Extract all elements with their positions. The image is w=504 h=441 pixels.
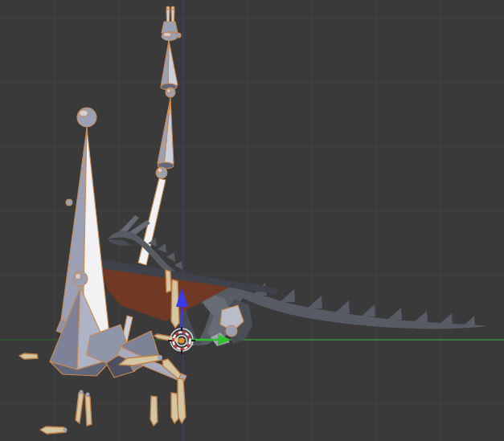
toe-bone-left[interactable] (19, 353, 38, 359)
bone-head-ball[interactable] (73, 272, 88, 286)
bone-joint-ball[interactable] (226, 325, 237, 337)
bone-tip-ball (166, 6, 170, 10)
bone-tip-ball (171, 6, 174, 10)
bone-joint-ball[interactable] (176, 33, 181, 38)
leg-bone-d[interactable] (171, 393, 178, 423)
object-origin-dot (179, 338, 185, 344)
chest-bone-small[interactable] (166, 270, 171, 292)
leg-bone-e[interactable] (150, 396, 158, 426)
foot-bone-2[interactable] (85, 395, 92, 426)
3d-viewport-canvas[interactable] (0, 0, 504, 441)
bone-joint-ball[interactable] (66, 199, 72, 206)
toe-bone-bottom[interactable] (40, 427, 66, 434)
head-bone-trapezoid[interactable] (162, 22, 178, 33)
bone-joint-ball (158, 355, 162, 360)
